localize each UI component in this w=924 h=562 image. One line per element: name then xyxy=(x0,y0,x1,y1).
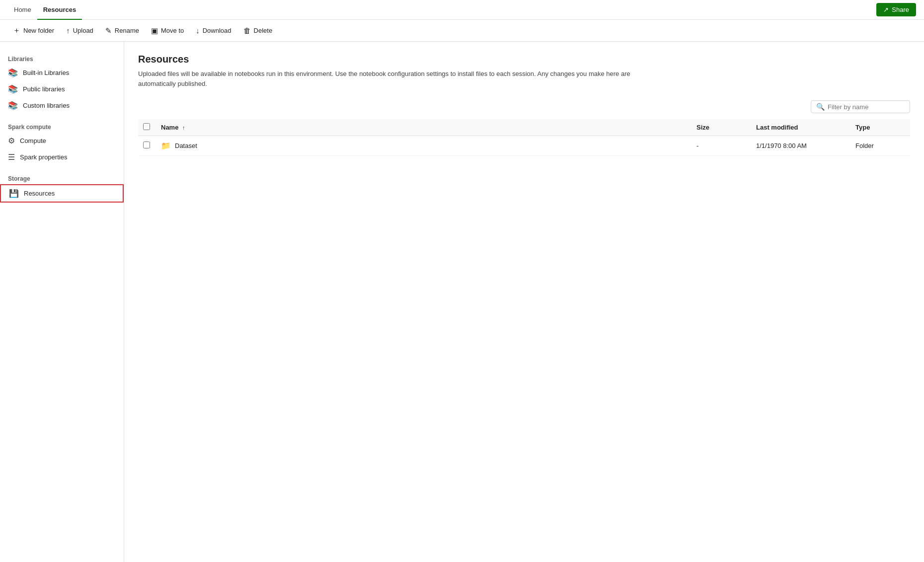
spark-properties-icon: ☰ xyxy=(8,152,15,162)
upload-icon: ↑ xyxy=(66,26,70,35)
move-to-button[interactable]: ▣ Move to xyxy=(146,23,189,38)
download-icon: ↓ xyxy=(196,26,200,35)
sidebar-item-public-libraries[interactable]: 📚 Public libraries xyxy=(0,81,124,97)
builtin-libraries-icon: 📚 xyxy=(8,68,18,77)
filter-input[interactable] xyxy=(828,103,905,111)
sort-arrow-icon: ↑ xyxy=(182,125,185,131)
nav-resources[interactable]: Resources xyxy=(37,0,82,20)
rename-icon: ✎ xyxy=(105,26,112,35)
file-table: Name ↑ Size Last modified Type xyxy=(138,119,910,156)
col-header-modified[interactable]: Last modified xyxy=(751,119,850,136)
content-area: Resources Uploaded files will be availab… xyxy=(124,42,924,562)
row-checkbox-0[interactable] xyxy=(143,141,150,148)
content-description: Uploaded files will be available in note… xyxy=(138,69,635,88)
custom-libraries-icon: 📚 xyxy=(8,101,18,110)
row-name-cell: 📁 Dataset xyxy=(156,136,692,156)
main-layout: Libraries 📚 Built-in Libraries 📚 Public … xyxy=(0,42,924,562)
row-name[interactable]: Dataset xyxy=(175,142,197,149)
row-modified-cell: 1/1/1970 8:00 AM xyxy=(751,136,850,156)
nav-home[interactable]: Home xyxy=(8,0,37,20)
row-size-cell: - xyxy=(692,136,751,156)
sidebar: Libraries 📚 Built-in Libraries 📚 Public … xyxy=(0,42,124,562)
filter-bar: 🔍 xyxy=(138,100,910,113)
sidebar-item-resources[interactable]: 💾 Resources xyxy=(0,184,124,203)
new-folder-icon: ＋ xyxy=(13,26,20,35)
public-libraries-icon: 📚 xyxy=(8,84,18,94)
row-check-cell xyxy=(138,136,156,156)
delete-icon: 🗑 xyxy=(243,26,251,35)
select-all-checkbox[interactable] xyxy=(143,123,150,130)
compute-icon: ⚙ xyxy=(8,136,15,145)
top-navigation: Home Resources ↗ Share xyxy=(0,0,924,20)
sidebar-item-custom-libraries[interactable]: 📚 Custom libraries xyxy=(0,97,124,114)
row-type-cell: Folder xyxy=(850,136,910,156)
col-header-type[interactable]: Type xyxy=(850,119,910,136)
sidebar-item-spark-properties[interactable]: ☰ Spark properties xyxy=(0,149,124,165)
col-header-check xyxy=(138,119,156,136)
move-to-icon: ▣ xyxy=(151,26,158,35)
search-icon: 🔍 xyxy=(816,103,825,111)
sidebar-item-builtin-libraries[interactable]: 📚 Built-in Libraries xyxy=(0,65,124,81)
table-row: 📁 Dataset - 1/1/1970 8:00 AM Folder xyxy=(138,136,910,156)
resources-icon: 💾 xyxy=(9,189,19,198)
rename-button[interactable]: ✎ Rename xyxy=(100,23,144,38)
storage-section-label: Storage xyxy=(0,171,124,184)
col-header-size[interactable]: Size xyxy=(692,119,751,136)
toolbar: ＋ New folder ↑ Upload ✎ Rename ▣ Move to… xyxy=(0,20,924,42)
col-header-name[interactable]: Name ↑ xyxy=(156,119,692,136)
new-folder-button[interactable]: ＋ New folder xyxy=(8,23,59,38)
share-button[interactable]: ↗ Share xyxy=(876,3,916,16)
libraries-section-label: Libraries xyxy=(0,52,124,65)
filter-input-wrapper[interactable]: 🔍 xyxy=(811,100,910,113)
table-header-row: Name ↑ Size Last modified Type xyxy=(138,119,910,136)
file-table-body: 📁 Dataset - 1/1/1970 8:00 AM Folder xyxy=(138,136,910,156)
delete-button[interactable]: 🗑 Delete xyxy=(238,23,278,38)
page-title: Resources xyxy=(138,54,910,65)
upload-button[interactable]: ↑ Upload xyxy=(61,23,98,38)
download-button[interactable]: ↓ Download xyxy=(191,23,236,38)
spark-section-label: Spark compute xyxy=(0,120,124,133)
folder-icon: 📁 xyxy=(161,141,171,150)
share-icon: ↗ xyxy=(883,6,889,13)
sidebar-item-compute[interactable]: ⚙ Compute xyxy=(0,133,124,149)
